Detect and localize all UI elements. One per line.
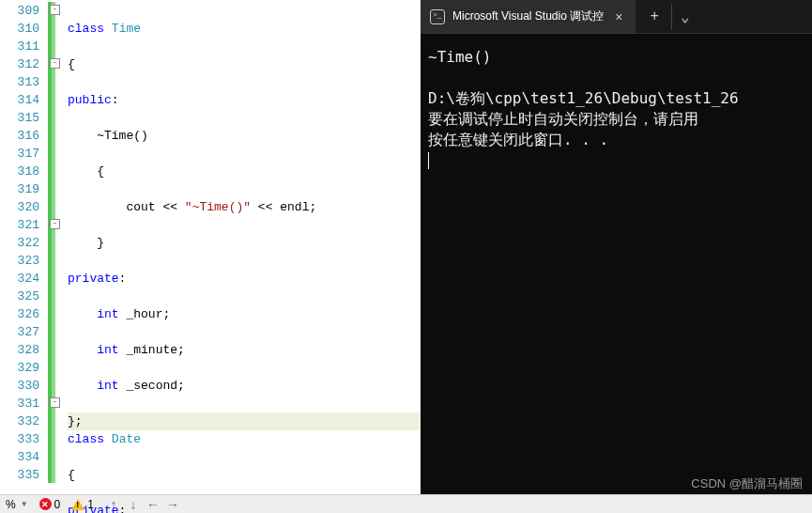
terminal-icon [430, 9, 445, 24]
code-editor[interactable]: 3093103113123133143153163173183193203213… [0, 0, 421, 494]
line-gutter: 3093103113123133143153163173183193203213… [0, 0, 47, 494]
new-tab-button[interactable]: + [641, 4, 667, 30]
close-icon[interactable]: × [611, 9, 626, 24]
marker-column: - - - - [47, 0, 64, 494]
tab-dropdown-button[interactable]: ⌄ [671, 4, 697, 30]
terminal-tab[interactable]: Microsoft Visual Studio 调试控 × [421, 0, 636, 33]
fold-icon[interactable]: - [50, 58, 60, 69]
fold-icon[interactable]: - [50, 397, 60, 408]
terminal-pane: Microsoft Visual Studio 调试控 × + ⌄ ~Time(… [421, 0, 812, 494]
terminal-output[interactable]: ~Time() D:\卷狗\cpp\test1_26\Debug\test1_2… [421, 34, 812, 494]
warning-icon [71, 499, 84, 510]
zoom-level[interactable]: %▼ [6, 498, 28, 511]
error-icon: ✕ [39, 498, 52, 510]
fold-icon[interactable]: - [50, 219, 60, 229]
fold-icon[interactable]: - [50, 5, 60, 15]
terminal-tabbar: Microsoft Visual Studio 调试控 × + ⌄ [421, 0, 812, 34]
terminal-tab-title: Microsoft Visual Studio 调试控 [452, 8, 604, 24]
code-content[interactable]: class Time { public: ~Time() { cout << "… [64, 0, 421, 494]
watermark: CSDN @醋溜马桶圈 [691, 475, 803, 492]
error-count[interactable]: ✕ 0 [39, 498, 61, 511]
